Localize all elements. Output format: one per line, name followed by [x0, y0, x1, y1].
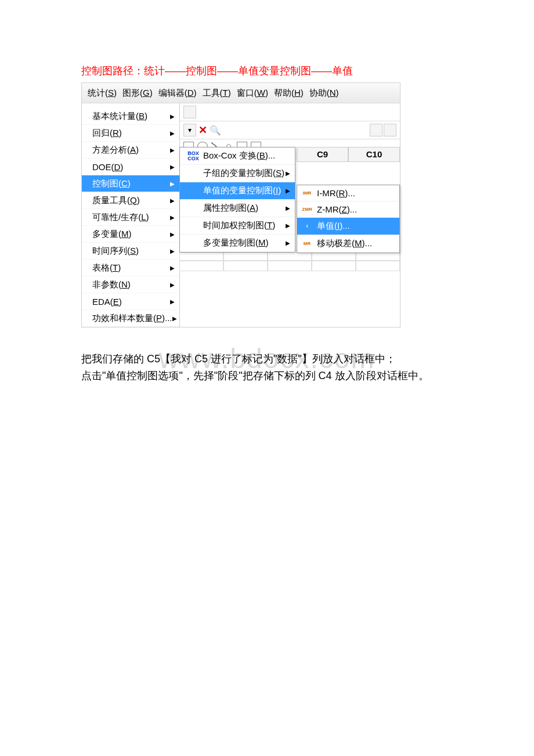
toolbar-icon[interactable] [384, 124, 396, 136]
menu-nonparametric[interactable]: 非参数(N)▶ [82, 276, 179, 293]
submenu-multivariate[interactable]: 多变量控制图(M) ▶ [180, 235, 295, 252]
toolbar-row-1 [180, 103, 400, 121]
chevron-right-icon: ▶ [286, 170, 290, 177]
menu-tools[interactable]: 工具(T) [203, 88, 231, 99]
chevron-right-icon: ▶ [172, 315, 177, 322]
menu-tables[interactable]: 表格(T)▶ [82, 260, 179, 276]
chevron-right-icon: ▶ [170, 181, 175, 187]
submenu-time-weighted[interactable]: 时间加权控制图(T) ▶ [180, 217, 295, 235]
submenu2-imr[interactable]: IMR I-MR(R)... [297, 185, 399, 201]
chevron-right-icon: ▶ [170, 113, 175, 120]
chevron-right-icon: ▶ [170, 248, 175, 254]
menu-regression[interactable]: 回归(R)▶ [82, 125, 179, 142]
menu-help[interactable]: 帮助(H) [274, 88, 304, 99]
individual-charts-submenu: IMR I-MR(R)... ZMR Z-MR(Z)... I 单值(I)...… [297, 185, 400, 253]
chevron-right-icon: ▶ [170, 214, 175, 221]
menu-multivariate[interactable]: 多变量(M)▶ [82, 226, 179, 243]
chevron-right-icon: ▶ [170, 282, 175, 288]
toolbar-row-2: ▾ ✕ 🔍 [180, 121, 400, 139]
menu-control-charts[interactable]: 控制图(C)▶ [82, 175, 179, 192]
chevron-right-icon: ▶ [170, 231, 175, 237]
menu-quality-tools[interactable]: 质量工具(Q)▶ [82, 192, 179, 209]
menu-basic-stats[interactable]: 基本统计量(B)▶ [82, 108, 179, 125]
chevron-right-icon: ▶ [170, 298, 175, 305]
chart-icon: IMR [301, 191, 313, 196]
control-charts-submenu: BOX COXBox-Cox 变换(B)... 子组的变量控制图(S) ▶ 单值… [179, 147, 295, 253]
menu-stat[interactable]: 统计(S) [88, 88, 117, 99]
menu-doe[interactable]: DOE(D)▶ [82, 159, 179, 175]
body-text: 把我们存储的 C5【我对 C5 进行了标记为"数据"】列放入对话框中； 点击"单… [81, 351, 453, 384]
stat-dropdown-menu: 基本统计量(B)▶ 回归(R)▶ 方差分析(A)▶ DOE(D)▶ 控制图(C)… [82, 103, 180, 327]
chevron-right-icon: ▶ [286, 222, 290, 229]
chevron-right-icon: ▶ [286, 205, 290, 211]
column-headers: C9 C10 [297, 147, 400, 162]
submenu-attribute[interactable]: 属性控制图(A) ▶ [180, 200, 295, 217]
grid-cell[interactable] [179, 261, 223, 271]
menu-power-sample[interactable]: 功效和样本数量(P)...▶ [82, 310, 179, 327]
submenu-individual-var[interactable]: 单值的变量控制图(I) ▶ [180, 182, 295, 200]
submenu2-individuals[interactable]: I 单值(I)... [297, 218, 399, 235]
menubar: 统计(S) 图形(G) 编辑器(D) 工具(T) 窗口(W) 帮助(H) 协助(… [82, 83, 400, 103]
chevron-right-icon: ▶ [170, 130, 175, 136]
body-line-1: 把我们存储的 C5【我对 C5 进行了标记为"数据"】列放入对话框中； [81, 351, 453, 368]
menu-window[interactable]: 窗口(W) [237, 88, 268, 99]
menu-anova[interactable]: 方差分析(A)▶ [82, 142, 179, 159]
col-c10[interactable]: C10 [348, 147, 400, 162]
body-line-2: 点击"单值控制图选项"，先择"阶段"把存储下标的列 C4 放入阶段对话框中。 [81, 368, 453, 384]
menu-eda[interactable]: EDA(E)▶ [82, 293, 179, 310]
menu-editor[interactable]: 编辑器(D) [158, 88, 197, 99]
menu-assist[interactable]: 协助(N) [309, 88, 339, 99]
grid-cell[interactable] [268, 261, 312, 271]
chart-icon: MR [301, 242, 313, 246]
menu-reliability[interactable]: 可靠性/生存(L)▶ [82, 209, 179, 226]
chart-icon: I [301, 224, 313, 229]
menu-graph[interactable]: 图形(G) [122, 88, 153, 99]
chevron-right-icon: ▶ [170, 147, 175, 153]
submenu2-zmr[interactable]: ZMR Z-MR(Z)... [297, 201, 399, 218]
grid-cell[interactable] [312, 261, 356, 271]
menu-time-series[interactable]: 时间序列(S)▶ [82, 243, 179, 260]
grid-cell[interactable] [223, 261, 268, 271]
grid-cell[interactable] [356, 261, 400, 271]
screenshot-frame: 统计(S) 图形(G) 编辑器(D) 工具(T) 窗口(W) 帮助(H) 协助(… [81, 82, 400, 327]
submenu-boxcox[interactable]: BOX COXBox-Cox 变换(B)... [180, 147, 295, 165]
chevron-right-icon: ▶ [286, 188, 290, 194]
page-title: 控制图路径：统计——控制图——单值变量控制图——单值 [81, 64, 453, 78]
worksheet-grid [179, 250, 400, 271]
col-c9[interactable]: C9 [297, 147, 348, 162]
dropdown-icon[interactable]: ▾ [183, 124, 196, 136]
close-icon[interactable]: ✕ [199, 124, 207, 136]
boxcox-icon: BOX COX [186, 151, 201, 161]
submenu-subgroup-var[interactable]: 子组的变量控制图(S) ▶ [180, 165, 295, 182]
chevron-right-icon: ▶ [170, 164, 175, 170]
search-icon[interactable]: 🔍 [210, 125, 221, 136]
toolbar-icon[interactable] [183, 106, 196, 118]
chevron-right-icon: ▶ [170, 265, 175, 271]
submenu2-moving-range[interactable]: MR 移动极差(M)... [297, 235, 399, 253]
toolbar-icon[interactable] [370, 124, 383, 136]
chevron-right-icon: ▶ [170, 197, 175, 204]
chevron-right-icon: ▶ [286, 240, 290, 246]
chart-icon: ZMR [301, 207, 313, 212]
